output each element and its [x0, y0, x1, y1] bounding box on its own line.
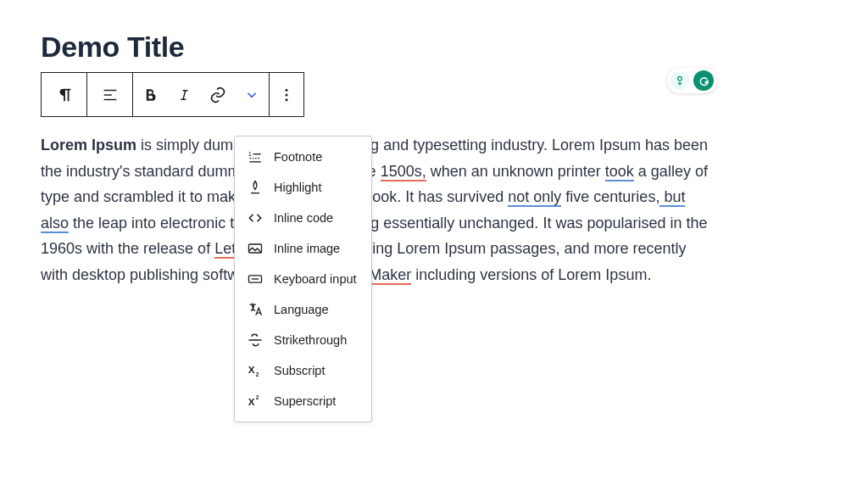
pilcrow-icon [55, 86, 74, 104]
menu-item-inline-code[interactable]: Inline code [235, 203, 371, 233]
rich-text-more-menu: 1 Footnote Highlight Inline code Inline … [234, 136, 372, 422]
menu-item-superscript[interactable]: X2 Superscript [235, 386, 371, 416]
menu-item-label: Highlight [274, 181, 321, 194]
menu-item-label: Language [274, 303, 329, 316]
menu-item-label: Subscript [274, 364, 325, 377]
svg-point-4 [286, 93, 288, 96]
grammarly-logo-icon [693, 70, 714, 91]
menu-item-highlight[interactable]: Highlight [235, 172, 371, 203]
image-icon [247, 240, 264, 257]
menu-item-inline-image[interactable]: Inline image [235, 233, 371, 264]
svg-text:1: 1 [248, 150, 252, 158]
strikethrough-icon [247, 332, 264, 349]
code-icon [247, 209, 264, 226]
svg-text:2: 2 [256, 371, 259, 377]
svg-point-5 [286, 98, 288, 101]
menu-item-subscript[interactable]: X2 Subscript [235, 355, 371, 386]
footnote-icon: 1 [247, 148, 264, 165]
menu-item-label: Inline code [274, 211, 333, 225]
menu-item-label: Footnote [274, 150, 322, 164]
block-toolbar [41, 72, 304, 117]
align-button[interactable] [87, 73, 132, 116]
align-left-icon [101, 86, 120, 104]
svg-point-3 [286, 88, 288, 91]
menu-item-label: Superscript [274, 394, 336, 408]
paragraph-block[interactable]: Lorem Ipsum is simply dummy text of the … [41, 132, 715, 288]
menu-item-keyboard-input[interactable]: Keyboard input [235, 264, 371, 294]
menu-item-language[interactable]: Language [235, 294, 371, 325]
text-run: when an unknown printer [426, 163, 605, 180]
svg-point-19 [678, 76, 682, 81]
grammarly-suggestion-icon [670, 71, 689, 90]
options-button[interactable] [270, 73, 303, 116]
keyboard-icon [247, 271, 264, 287]
text-bold: Lorem Ipsum [41, 137, 136, 153]
menu-item-footnote[interactable]: 1 Footnote [235, 142, 371, 172]
menu-item-label: Strikethrough [274, 333, 347, 347]
paragraph-type-button[interactable] [42, 73, 86, 116]
grammarly-widget[interactable] [667, 68, 717, 93]
svg-text:2: 2 [256, 394, 259, 400]
svg-text:X: X [248, 364, 255, 375]
menu-item-label: Inline image [274, 242, 340, 255]
text-grammar-took: took [605, 163, 634, 181]
link-button[interactable] [201, 73, 235, 116]
page-title[interactable]: Demo Title [41, 31, 827, 64]
bold-icon [142, 86, 159, 103]
superscript-icon: X2 [247, 393, 264, 410]
more-rich-text-button[interactable] [235, 73, 269, 116]
text-run: five centuries, [561, 188, 659, 205]
menu-item-strikethrough[interactable]: Strikethrough [235, 325, 371, 355]
bold-button[interactable] [133, 73, 167, 116]
italic-button[interactable] [167, 73, 201, 116]
text-spellcheck-1500s: 1500s, [381, 163, 426, 181]
text-grammar-not-only: not only [508, 188, 561, 207]
subscript-icon: X2 [247, 362, 264, 379]
chevron-down-icon [244, 87, 259, 103]
menu-item-label: Keyboard input [274, 272, 357, 286]
highlight-icon [247, 179, 264, 196]
svg-text:X: X [248, 396, 255, 407]
more-vertical-icon [278, 86, 295, 103]
language-icon [247, 301, 264, 318]
italic-icon [176, 87, 192, 103]
link-icon [209, 86, 227, 104]
text-run: including versions of Lorem Ipsum. [411, 266, 651, 283]
